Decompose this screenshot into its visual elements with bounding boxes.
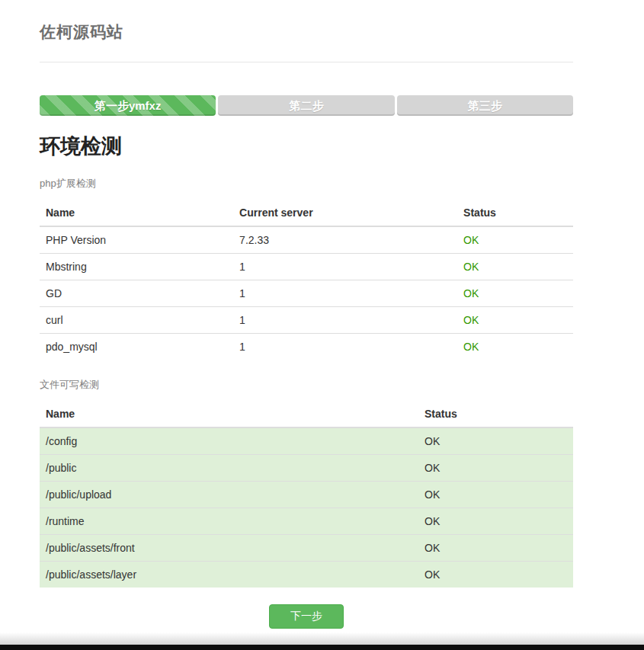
file-writable-table: Name Status /config OK /public OK /publi… <box>40 401 573 588</box>
table-row: /public OK <box>40 455 573 482</box>
col-header-current-server: Current server <box>233 200 457 226</box>
window-bottom-shadow <box>0 632 644 645</box>
status-badge: OK <box>418 455 573 482</box>
ext-name: curl <box>40 307 233 334</box>
status-badge: OK <box>418 562 573 588</box>
ext-name: pdo_mysql <box>40 334 233 360</box>
header-divider <box>40 62 573 62</box>
status-badge: OK <box>457 307 573 334</box>
status-badge: OK <box>418 427 573 455</box>
table-row: /public/assets/layer OK <box>40 562 573 588</box>
tab-step-2[interactable]: 第二步 <box>218 95 394 116</box>
path-name: /runtime <box>40 508 418 535</box>
status-badge: OK <box>418 508 573 535</box>
ext-value: 1 <box>233 254 457 280</box>
ext-name: PHP Version <box>40 226 233 254</box>
button-row: 下一步 <box>40 604 573 629</box>
table-row: curl 1 OK <box>40 307 573 334</box>
table-row: GD 1 OK <box>40 280 573 307</box>
status-badge: OK <box>418 535 573 562</box>
tab-step-3[interactable]: 第三步 <box>397 95 573 116</box>
table-row: /public/upload OK <box>40 482 573 508</box>
status-badge: OK <box>457 226 573 254</box>
table-row: /public/assets/front OK <box>40 535 573 562</box>
status-badge: OK <box>457 334 573 360</box>
status-badge: OK <box>457 280 573 307</box>
col-header-status: Status <box>418 401 573 427</box>
php-extension-table: Name Current server Status PHP Version 7… <box>40 200 573 360</box>
table-row: Mbstring 1 OK <box>40 254 573 280</box>
table-row: pdo_mysql 1 OK <box>40 334 573 360</box>
ext-value: 1 <box>233 334 457 360</box>
status-badge: OK <box>457 254 573 280</box>
col-header-status: Status <box>457 200 573 226</box>
install-wizard-page: 佐柯源码站 第一步ymfxz 第二步 第三步 环境检测 php扩展检测 Name… <box>40 0 573 629</box>
ext-value: 1 <box>233 307 457 334</box>
path-name: /config <box>40 427 418 455</box>
path-name: /public <box>40 455 418 482</box>
table-row: /config OK <box>40 427 573 455</box>
col-header-name: Name <box>40 401 418 427</box>
table-row: PHP Version 7.2.33 OK <box>40 226 573 254</box>
file-check-label: 文件可写检测 <box>40 378 573 392</box>
table-row: /runtime OK <box>40 508 573 535</box>
ext-value: 1 <box>233 280 457 307</box>
ext-name: Mbstring <box>40 254 233 280</box>
page-title: 佐柯源码站 <box>40 0 573 43</box>
ext-value: 7.2.33 <box>233 226 457 254</box>
table-header-row: Name Status <box>40 401 573 427</box>
ext-name: GD <box>40 280 233 307</box>
php-check-label: php扩展检测 <box>40 177 573 191</box>
step-progress-bar: 第一步ymfxz 第二步 第三步 <box>40 95 573 116</box>
next-step-button[interactable]: 下一步 <box>269 604 344 629</box>
table-header-row: Name Current server Status <box>40 200 573 226</box>
col-header-name: Name <box>40 200 233 226</box>
window-bottom-edge <box>0 645 644 650</box>
path-name: /public/assets/layer <box>40 562 418 588</box>
status-badge: OK <box>418 482 573 508</box>
tab-step-1[interactable]: 第一步ymfxz <box>40 95 216 116</box>
page-heading: 环境检测 <box>40 133 573 160</box>
path-name: /public/assets/front <box>40 535 418 562</box>
path-name: /public/upload <box>40 482 418 508</box>
